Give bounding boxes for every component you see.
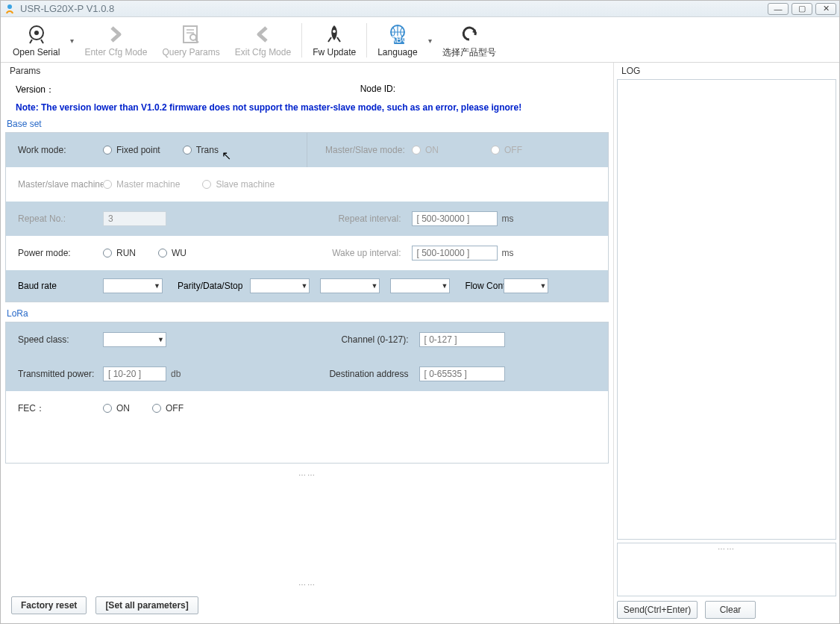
close-button[interactable]: ✕ [815,3,836,15]
radio-wu[interactable]: WU [158,248,187,258]
radio-msmode-off: OFF [491,145,522,155]
command-input-box[interactable]: ⋯⋯ [617,543,836,596]
globe-icon: ABC [386,23,409,46]
log-output [617,79,836,540]
dest-addr-input[interactable] [419,366,505,381]
data-combo[interactable]: ▼ [320,278,380,293]
maximize-button[interactable]: ▢ [792,3,812,15]
repeat-interval-unit: ms [502,213,514,224]
radio-slave-machine: Slave machine [202,179,275,190]
base-set-label: Base set [5,117,609,131]
send-button[interactable]: Send(Ctrl+Enter) [617,601,698,619]
params-panel-label: Params [5,63,609,78]
txpower-input[interactable] [103,366,166,381]
set-all-button[interactable]: [Set all parameters] [95,596,198,614]
radio-fec-on[interactable]: ON [103,403,130,414]
exit-cfg-label: Exit Cfg Mode [235,47,291,57]
titlebar: USR-LG20X-P V1.0.8 — ▢ ✕ [1,1,839,17]
svg-point-2 [34,31,39,35]
open-serial-button[interactable]: Open Serial [5,19,67,62]
lora-group: Speed class: ▼ Channel (0-127): Transmit… [5,322,609,464]
firmware-note: Note: The version lower than V1.0.2 firm… [5,99,609,117]
open-serial-label: Open Serial [13,47,60,57]
stop-combo[interactable]: ▼ [390,278,450,293]
target-icon [25,23,48,46]
speed-class-combo[interactable]: ▼ [103,332,166,347]
radio-master-machine: Master machine [103,179,180,190]
resize-dots-1: ⋯⋯ [5,468,609,482]
ms-mode-label: Master/Slave mode: [307,145,412,155]
work-mode-label: Work mode: [6,145,103,155]
channel-label: Channel (0-127): [307,334,419,345]
baud-combo[interactable]: ▼ [103,278,163,293]
language-button[interactable]: ABC Language [370,19,424,62]
txpower-label: Transmitted power: [6,369,103,379]
language-dropdown[interactable]: ▾ [425,19,435,62]
repeat-no-input [103,211,166,226]
channel-input[interactable] [419,332,505,347]
minimize-button[interactable]: — [768,3,789,15]
exit-cfg-button[interactable]: Exit Cfg Mode [228,19,298,62]
fw-update-button[interactable]: Fw Update [305,19,363,62]
language-label: Language [377,47,417,57]
wake-interval-input[interactable] [412,246,498,260]
undo-icon [459,22,480,45]
fec-label: FEC： [6,402,103,415]
baud-label: Baud rate [6,281,103,291]
radio-run[interactable]: RUN [103,248,136,258]
chevron-right-icon [106,23,125,46]
enter-cfg-label: Enter Cfg Mode [84,47,147,57]
parity-label: Parity/Data/Stop [178,281,242,291]
wake-interval-unit: ms [502,248,514,258]
clear-button[interactable]: Clear [705,601,756,619]
radio-trans[interactable]: Trans [183,145,219,155]
radio-fixed-point[interactable]: Fixed point [103,145,160,155]
svg-point-6 [190,34,196,40]
log-panel-label: LOG [617,63,836,78]
repeat-no-label: Repeat No.: [6,213,103,224]
product-button[interactable]: 选择产品型号 [435,19,504,62]
app-icon [4,3,16,15]
rocket-icon [325,23,344,46]
radio-fec-off[interactable]: OFF [152,403,184,414]
txpower-unit: db [171,369,181,379]
wake-interval-label: Wake up interval: [307,248,412,258]
factory-reset-button[interactable]: Factory reset [11,596,87,614]
radio-msmode-on: ON [412,145,439,155]
repeat-interval-input[interactable] [412,211,498,226]
speed-class-label: Speed class: [6,334,103,345]
ms-machine-label: Master/slave machine [6,179,103,190]
lora-label: LoRa [5,307,609,320]
flow-combo[interactable]: ▼ [504,278,548,293]
window-title: USR-LG20X-P V1.0.8 [20,3,114,14]
svg-text:ABC: ABC [390,34,409,45]
resize-dots-3: ⋯⋯ [618,542,836,556]
flow-label: Flow Control [465,281,504,291]
toolbar: Open Serial ▾ Enter Cfg Mode Query Param… [1,17,839,63]
product-label: 选择产品型号 [442,46,496,59]
search-doc-icon [181,23,201,46]
repeat-interval-label: Repeat interval: [307,213,412,224]
query-params-button[interactable]: Query Params [154,19,227,62]
query-params-label: Query Params [162,47,219,57]
power-mode-label: Power mode: [6,248,103,258]
resize-dots-2: ⋯⋯ [5,578,609,592]
parity-combo[interactable]: ▼ [250,278,310,293]
svg-point-8 [333,30,336,33]
dest-addr-label: Destination address [307,369,419,379]
fw-update-label: Fw Update [313,47,356,57]
base-set-group: Work mode: Fixed point Trans Master/Slav… [5,132,609,302]
version-label: Version： [16,84,54,96]
nodeid-label: Node ID: [360,84,395,96]
enter-cfg-button[interactable]: Enter Cfg Mode [77,19,154,62]
open-serial-dropdown[interactable]: ▾ [67,19,77,62]
svg-point-0 [7,4,12,9]
chevron-left-icon [253,23,272,46]
